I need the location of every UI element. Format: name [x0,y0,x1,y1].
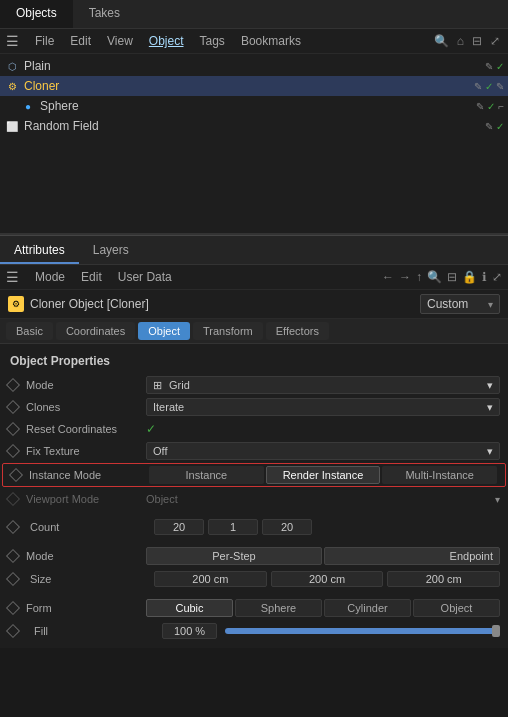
random-field-name: Random Field [24,119,485,133]
tab-takes[interactable]: Takes [73,0,136,28]
cloner-object-icon: ⚙ [8,296,24,312]
random-check-badge: ✓ [496,121,504,132]
object-row-cloner[interactable]: ⚙ Cloner ✎ ✓ ✎ [0,76,508,96]
custom-label: Custom [427,297,468,311]
count-field-x[interactable]: 20 [154,519,204,535]
tab-layers[interactable]: Layers [79,238,143,264]
sub-tab-object[interactable]: Object [138,322,190,340]
tab-attributes[interactable]: Attributes [0,238,79,264]
mode-dropdown-arrow: ▾ [487,379,493,392]
object-row-random-field[interactable]: ⬜ Random Field ✎ ✓ [0,116,508,136]
fill-slider[interactable] [225,628,500,634]
cloner-extra-badge: ✎ [496,81,504,92]
mode-diamond [6,378,20,392]
filter-icon[interactable]: ⊟ [470,32,484,50]
prop-row-mode-step: Mode Per-Step Endpoint [0,544,508,568]
count-field-z[interactable]: 20 [262,519,312,535]
mode-value: ⊞ Grid [153,379,190,392]
size-field-y[interactable]: 200 cm [271,571,384,587]
tab-objects[interactable]: Objects [0,0,73,28]
arrow-up-icon[interactable]: ↑ [416,270,422,284]
sub-tab-coordinates[interactable]: Coordinates [56,322,135,340]
plain-badges: ✎ ✓ [485,61,504,72]
attr-mode[interactable]: Mode [31,268,69,286]
grid-icon: ⊞ [153,379,162,391]
clones-dropdown[interactable]: Iterate ▾ [146,398,500,416]
prop-row-fix-texture: Fix Texture Off ▾ [0,440,508,462]
object-row-plain[interactable]: ⬡ Plain ✎ ✓ [0,56,508,76]
mode-btn-endpoint[interactable]: Endpoint [324,547,500,565]
clones-diamond [6,400,20,414]
attr-toolbar-icons: ← → ↑ 🔍 ⊟ 🔒 ℹ ⤢ [382,270,502,284]
custom-dropdown[interactable]: Custom ▾ [420,294,500,314]
menu-bookmarks[interactable]: Bookmarks [237,32,305,50]
form-buttons: Cubic Sphere Cylinder Object [146,599,500,617]
mode-label: Mode [26,379,146,391]
menu-bar-icons: 🔍 ⌂ ⊟ ⤢ [432,32,502,50]
instance-btn-render[interactable]: Render Instance [266,466,381,484]
fill-label: Fill [34,625,154,637]
fix-texture-dropdown[interactable]: Off ▾ [146,442,500,460]
mode-btn-perstep[interactable]: Per-Step [146,547,322,565]
menu-object[interactable]: Object [145,32,188,50]
viewport-mode-label: Viewport Mode [26,493,146,505]
sphere-check-badge: ✓ [487,101,495,112]
info-icon[interactable]: ℹ [482,270,487,284]
hamburger-icon[interactable]: ☰ [6,33,19,49]
count-field-y[interactable]: 1 [208,519,258,535]
object-title-row: ⚙ Cloner Object [Cloner] Custom ▾ [0,290,508,319]
viewport-mode-value: Object [146,493,178,505]
cloner-edit-badge: ✎ [474,81,482,92]
attr-edit[interactable]: Edit [77,268,106,286]
instance-btn-multi[interactable]: Multi-Instance [382,466,497,484]
prop-row-size: Size 200 cm 200 cm 200 cm [0,568,508,590]
attr-user-data[interactable]: User Data [114,268,176,286]
arrow-left-icon[interactable]: ← [382,270,394,284]
prop-row-mode: Mode ⊞ Grid ▾ [0,374,508,396]
search-icon[interactable]: 🔍 [432,32,451,50]
lock-icon[interactable]: 🔒 [462,270,477,284]
expand-icon[interactable]: ⤢ [488,32,502,50]
attr-toolbar: ☰ Mode Edit User Data ← → ↑ 🔍 ⊟ 🔒 ℹ ⤢ [0,265,508,290]
object-row-sphere[interactable]: ● Sphere ✎ ✓ ⌐ [16,96,508,116]
form-btn-cubic[interactable]: Cubic [146,599,233,617]
fill-value[interactable]: 100 % [162,623,217,639]
form-btn-object[interactable]: Object [413,599,500,617]
mode-dropdown[interactable]: ⊞ Grid ▾ [146,376,500,394]
menu-view[interactable]: View [103,32,137,50]
filter-attr-icon[interactable]: ⊟ [447,270,457,284]
reset-coords-checkbox[interactable]: ✓ [146,422,156,436]
prop-row-viewport-mode: Viewport Mode Object ▾ [0,488,508,510]
arrow-right-icon[interactable]: → [399,270,411,284]
menu-bar: ☰ File Edit View Object Tags Bookmarks 🔍… [0,29,508,54]
size-field-x[interactable]: 200 cm [154,571,267,587]
instance-btn-instance[interactable]: Instance [149,466,264,484]
section-title: Object Properties [0,350,508,374]
form-btn-cylinder[interactable]: Cylinder [324,599,411,617]
sub-tab-transform[interactable]: Transform [193,322,263,340]
sphere-extra-badge: ⌐ [498,101,504,112]
form-diamond [6,601,20,615]
instance-mode-label: Instance Mode [29,469,149,481]
sub-tab-basic[interactable]: Basic [6,322,53,340]
count-label: Count [30,521,150,533]
size-field-z[interactable]: 200 cm [387,571,500,587]
plain-name: Plain [24,59,485,73]
form-btn-sphere[interactable]: Sphere [235,599,322,617]
viewport-mode-arrow: ▾ [495,494,500,505]
menu-edit[interactable]: Edit [66,32,95,50]
sub-tab-effectors[interactable]: Effectors [266,322,329,340]
clones-label: Clones [26,401,146,413]
instance-mode-buttons: Instance Render Instance Multi-Instance [149,466,497,484]
top-tabs-bar: Objects Takes [0,0,508,29]
instance-mode-diamond [9,468,23,482]
search-attr-icon[interactable]: 🔍 [427,270,442,284]
menu-tags[interactable]: Tags [196,32,229,50]
size-diamond [6,572,20,586]
object-title: Cloner Object [Cloner] [30,297,420,311]
expand-attr-icon[interactable]: ⤢ [492,270,502,284]
menu-file[interactable]: File [31,32,58,50]
attr-hamburger-icon[interactable]: ☰ [6,269,19,285]
clones-value: Iterate [153,401,184,413]
home-icon[interactable]: ⌂ [455,32,466,50]
